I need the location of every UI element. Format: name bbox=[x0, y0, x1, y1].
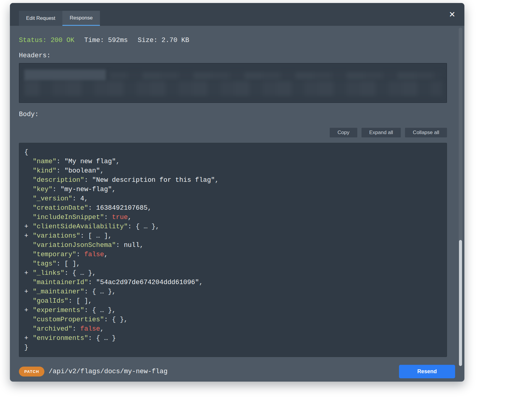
json-token: , bbox=[100, 325, 104, 333]
expand-node-icon[interactable]: + bbox=[24, 334, 28, 343]
json-token: "My new flag" bbox=[64, 158, 116, 165]
status-row: Status: 200 OK Time: 592ms Size: 2.70 KB bbox=[19, 37, 447, 44]
json-token: "key" bbox=[33, 186, 52, 193]
redacted-header-content-top bbox=[110, 72, 442, 80]
tab-response[interactable]: Response bbox=[62, 11, 100, 26]
json-token: , bbox=[100, 167, 104, 175]
json-line: "maintainerId": "54ac2d97de674204ddd6109… bbox=[24, 278, 441, 287]
body-label: Body: bbox=[19, 111, 447, 118]
json-line: "includeInSnippet": true, bbox=[24, 213, 441, 222]
json-token: { bbox=[24, 148, 28, 156]
json-line: +"variations": [ … ], bbox=[24, 231, 441, 241]
close-icon[interactable]: ✕ bbox=[449, 10, 455, 18]
json-token: true bbox=[112, 214, 128, 221]
json-token: : bbox=[88, 279, 96, 286]
api-response-modal: Edit Request Response ✕ Status: 200 OK T… bbox=[10, 3, 464, 382]
json-line: "tags": [ ], bbox=[24, 259, 441, 268]
json-token: "experiments" bbox=[33, 307, 84, 314]
response-time: Time: 592ms bbox=[84, 37, 128, 44]
json-token: : { … }, bbox=[84, 288, 116, 296]
json-token: : bbox=[56, 167, 64, 175]
redacted-header-chip bbox=[24, 70, 106, 81]
json-viewer[interactable]: {"name": "My new flag","kind": "boolean"… bbox=[19, 143, 447, 357]
json-line: "creationDate": 1638492107685, bbox=[24, 203, 441, 213]
json-token: "boolean" bbox=[64, 167, 100, 175]
json-token: 4 bbox=[80, 195, 84, 202]
json-token: : { … } bbox=[88, 334, 116, 342]
json-line: { bbox=[24, 148, 441, 157]
json-token: , bbox=[148, 204, 152, 212]
json-token: : [ ], bbox=[56, 260, 80, 268]
tab-bar: Edit Request Response bbox=[19, 11, 100, 26]
method-badge: PATCH bbox=[19, 367, 44, 376]
json-token: : bbox=[72, 325, 80, 333]
json-token: : bbox=[56, 158, 64, 165]
json-token: false bbox=[84, 251, 104, 258]
scrollbar-thumb[interactable] bbox=[459, 240, 462, 366]
json-token: "archived" bbox=[33, 325, 72, 333]
json-line: +"clientSideAvailability": { … }, bbox=[24, 222, 441, 231]
json-token: : { … }, bbox=[64, 269, 96, 277]
expand-node-icon[interactable]: + bbox=[24, 222, 28, 231]
json-token: : bbox=[84, 176, 92, 184]
json-line: +"_links": { … }, bbox=[24, 268, 441, 278]
json-line: "archived": false, bbox=[24, 324, 441, 334]
json-token: "customProperties" bbox=[33, 316, 104, 323]
json-token: "description" bbox=[33, 176, 84, 184]
json-token: "variationJsonSchema" bbox=[33, 242, 116, 249]
json-line: "kind": "boolean", bbox=[24, 166, 441, 176]
json-token: : bbox=[116, 242, 124, 249]
expand-node-icon[interactable]: + bbox=[24, 268, 28, 278]
json-line: "description": "New description for this… bbox=[24, 176, 441, 185]
json-line: "key": "my-new-flag", bbox=[24, 185, 441, 194]
json-token: , bbox=[128, 214, 132, 221]
expand-node-icon[interactable]: + bbox=[24, 231, 28, 241]
json-token: "includeInSnippet" bbox=[33, 214, 104, 221]
json-token: 1638492107685 bbox=[96, 204, 148, 212]
json-line: "goalIds": [ ], bbox=[24, 296, 441, 306]
response-panel: Status: 200 OK Time: 592ms Size: 2.70 KB… bbox=[10, 37, 464, 357]
status-value: Status: 200 OK bbox=[19, 37, 74, 44]
json-token: , bbox=[199, 279, 203, 286]
json-token: : { … }, bbox=[84, 307, 116, 314]
json-token: "kind" bbox=[33, 167, 56, 175]
json-token: "temporary" bbox=[33, 251, 76, 258]
json-token: : bbox=[76, 251, 84, 258]
json-token: , bbox=[116, 158, 120, 165]
json-token: "variations" bbox=[33, 232, 80, 240]
modal-header: Edit Request Response ✕ bbox=[10, 3, 464, 26]
json-token: : [ ], bbox=[68, 297, 92, 305]
response-size: Size: 2.70 KB bbox=[138, 37, 189, 44]
tab-edit-request[interactable]: Edit Request bbox=[19, 11, 62, 26]
json-token: "54ac2d97de674204ddd61096" bbox=[96, 279, 199, 286]
json-line: "customProperties": { }, bbox=[24, 315, 441, 324]
redacted-header-content bbox=[24, 81, 442, 96]
json-token: "_maintainer" bbox=[33, 288, 84, 296]
json-token: "environments" bbox=[33, 334, 88, 342]
json-token: : { … }, bbox=[128, 223, 160, 230]
json-token: : { }, bbox=[104, 316, 128, 323]
json-line: +"environments": { … } bbox=[24, 334, 441, 343]
json-token: , bbox=[84, 195, 88, 202]
expand-node-icon[interactable]: + bbox=[24, 306, 28, 315]
json-token: "my-new-flag" bbox=[60, 186, 112, 193]
resend-button[interactable]: Resend bbox=[399, 365, 455, 378]
json-line: +"experiments": { … }, bbox=[24, 306, 441, 315]
copy-button[interactable]: Copy bbox=[330, 128, 357, 137]
json-toolbar: Copy Expand all Collapse all bbox=[19, 128, 447, 137]
json-line: "_version": 4, bbox=[24, 194, 441, 203]
headers-label: Headers: bbox=[19, 52, 447, 59]
json-token: "creationDate" bbox=[33, 204, 88, 212]
expand-all-button[interactable]: Expand all bbox=[362, 128, 401, 137]
json-token: "maintainerId" bbox=[33, 279, 88, 286]
json-token: : bbox=[52, 186, 60, 193]
json-token: : [ … ], bbox=[80, 232, 112, 240]
json-token: "clientSideAvailability" bbox=[33, 223, 128, 230]
expand-node-icon[interactable]: + bbox=[24, 287, 28, 296]
json-token: "tags" bbox=[33, 260, 56, 268]
json-token: "_links" bbox=[33, 269, 64, 277]
json-token: false bbox=[80, 325, 100, 333]
collapse-all-button[interactable]: Collapse all bbox=[405, 128, 447, 137]
json-token: , bbox=[140, 242, 143, 249]
json-token: } bbox=[24, 344, 28, 351]
